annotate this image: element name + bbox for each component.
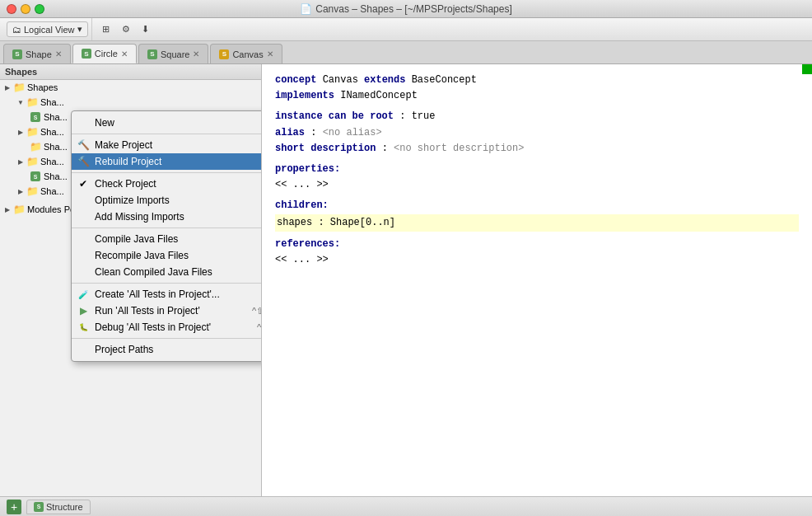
tab-circle[interactable]: S Circle ✕ [72,44,137,63]
menu-item-add-imports-label: Add Missing Imports [95,211,184,223]
tab-square[interactable]: S Square ✕ [138,44,208,63]
close-button[interactable] [7,4,16,14]
sidebar: Shapes ▶ 📁 Shapes ▼ 📁 Sha... S Sha... ▶ … [0,64,262,496]
tab-canvas-close[interactable]: ✕ [267,49,273,59]
file-icon-2: S [30,171,41,182]
menu-item-debug-tests[interactable]: 🐛 Debug 'All Tests in Project' ^⇧F9 [72,319,262,335]
tab-shape-close[interactable]: ✕ [55,49,62,59]
expand-arrow-modules: ▶ [3,205,12,213]
folder-icon-2: 📁 [26,96,38,108]
menu-separator-5 [72,338,262,339]
tree-item-sha6-label: Sha... [44,171,68,181]
menu-item-project-paths[interactable]: Project Paths ⌥↵ [72,341,262,358]
editor-line-2: implements INamedConcept [275,88,799,104]
folder-icon-3: 📁 [26,126,38,138]
logical-view-dropdown[interactable]: 🗂 Logical View ▾ [7,21,88,37]
menu-item-optimize-imports[interactable]: Optimize Imports [72,192,262,209]
add-button[interactable]: + [7,500,21,514]
menu-item-recompile-java[interactable]: Recompile Java Files [72,247,262,264]
editor-line-shapes: shapes : Shape[0..n] [275,214,799,232]
menu-item-optimize-label: Optimize Imports [95,195,170,206]
window-controls[interactable] [7,4,44,14]
rebuild-project-icon: 🔨 [77,155,90,168]
menu-item-project-paths-label: Project Paths [95,344,153,355]
expand-arrow: ▶ [3,83,12,91]
folder-icon-7: 📁 [26,185,38,197]
tree-item-sha5-label: Sha... [40,157,64,167]
minimize-button[interactable] [21,4,30,14]
editor-line-refs-placeholder: << ... >> [275,252,799,268]
main-area: Shapes ▶ 📁 Shapes ▼ 📁 Sha... S Sha... ▶ … [0,64,812,496]
toolbar-btn-1[interactable]: ⊞ [97,21,115,39]
toolbar-left: 🗂 Logical View ▾ [3,18,92,40]
tab-circle-icon: S [82,49,91,59]
menu-item-run-tests[interactable]: ▶ Run 'All Tests in Project' ^⇧F10 [72,303,262,319]
menu-item-recompile-label: Recompile Java Files [95,250,189,261]
menu-item-clean-compiled[interactable]: Clean Compiled Java Files [72,264,262,280]
tab-canvas[interactable]: S Canvas ✕ [210,44,282,63]
menu-item-rebuild-project[interactable]: 🔨 Rebuild Project [72,153,262,170]
menu-item-create-tests[interactable]: 🧪 Create 'All Tests in Project'... [72,286,262,303]
folder-icon-modules: 📁 [13,204,25,215]
tab-circle-close[interactable]: ✕ [121,49,128,59]
folder-icon: 📁 [13,82,25,93]
menu-item-debug-tests-label: Debug 'All Tests in Project' [95,321,211,333]
tab-square-label: Square [161,49,189,59]
tests-icon: 🧪 [77,288,90,301]
file-icon-1: S [30,111,41,123]
editor-line-props: properties: [275,162,799,177]
structure-tab[interactable]: S Structure [26,500,91,514]
menu-item-make-label: Make Project [95,139,152,151]
expand-arrow-2: ▼ [16,98,25,106]
menu-item-run-tests-label: Run 'All Tests in Project' [95,305,200,317]
menu-separator-4 [72,283,262,284]
menu-separator-1 [72,134,262,134]
toolbar-actions: ⊞ ⚙ ⬇ [94,18,158,40]
tree-item-sha2-label: Sha... [44,112,68,122]
structure-tab-icon: S [34,502,44,512]
menu-item-new-label: New [95,117,114,129]
check-project-icon: ✔ [77,177,90,190]
run-icon: ▶ [77,304,90,317]
sidebar-title: Shapes [5,67,37,77]
editor-line-children: children: [275,198,799,213]
toolbar-btn-3[interactable]: ⬇ [137,21,155,39]
menu-item-rebuild-label: Rebuild Project [95,156,161,167]
logical-view-icon: 🗂 [12,25,21,35]
logical-view-label: Logical View [24,25,75,35]
menu-item-compile-java[interactable]: Compile Java Files [72,231,262,247]
editor-line-1: concept Canvas extends BaseConcept [275,73,799,88]
toolbar-btn-2[interactable]: ⚙ [117,21,135,39]
tab-canvas-label: Canvas [232,49,263,59]
tab-shape-icon: S [12,49,22,59]
tree-item-sha1[interactable]: ▼ 📁 Sha... [0,95,261,110]
tab-square-close[interactable]: ✕ [193,49,199,59]
expand-arrow-3: ▶ [16,128,25,136]
title-icon: 📄 [300,3,312,15]
maximize-button[interactable] [35,4,44,14]
editor-line-refs: references: [275,237,799,252]
tab-circle-label: Circle [95,49,118,59]
expand-arrow-5: ▶ [16,157,25,166]
menu-item-check-project[interactable]: ✔ Check Project [72,176,262,192]
green-status-badge [802,64,812,74]
bottom-bar: + S Structure [0,496,812,516]
editor-line-root: instance can be root : true [275,109,799,124]
tree-item-sha3-label: Sha... [40,127,64,137]
menu-item-add-imports[interactable]: Add Missing Imports [72,209,262,225]
menu-item-new[interactable]: New [72,115,262,131]
tree-item-sha4-label: Sha... [44,142,68,152]
menu-separator-2 [72,172,262,173]
menu-item-compile-label: Compile Java Files [95,233,178,245]
menu-item-clean-label: Clean Compiled Java Files [95,266,212,278]
expand-arrow-7: ▶ [16,187,25,195]
menu-item-make-project[interactable]: 🔨 Make Project [72,137,262,153]
editor-area[interactable]: concept Canvas extends BaseConcept imple… [262,64,812,496]
structure-tab-label: Structure [46,502,83,512]
tab-shape[interactable]: S Shape ✕ [3,44,71,63]
title-bar: 📄 Canvas – Shapes – [~/MPSProjects/Shape… [0,0,812,18]
make-project-icon: 🔨 [77,138,90,152]
editor-content: concept Canvas extends BaseConcept imple… [262,64,812,276]
run-shortcut: ^⇧F10 [252,306,262,317]
tree-item-shapes[interactable]: ▶ 📁 Shapes [0,80,261,95]
